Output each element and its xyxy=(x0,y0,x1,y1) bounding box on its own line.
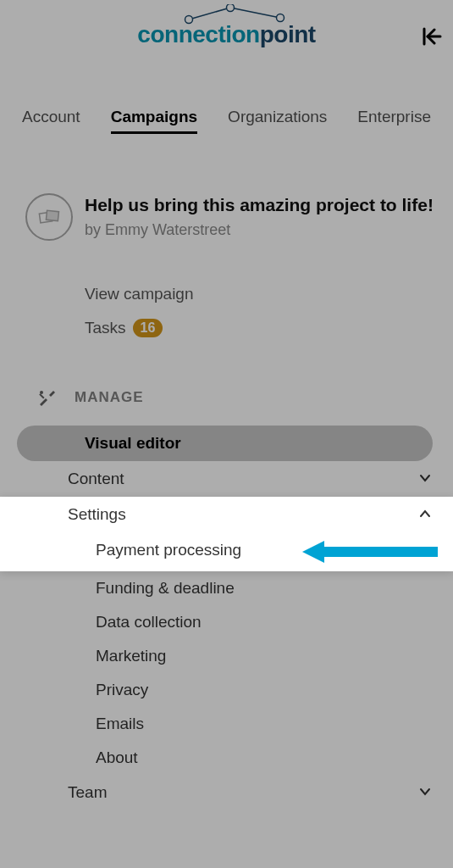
nav-tabs: Account Campaigns Organizations Enterpri… xyxy=(0,57,453,142)
svg-point-2 xyxy=(185,16,192,24)
svg-point-3 xyxy=(226,4,234,12)
tasks-link[interactable]: Tasks 16 xyxy=(85,319,436,337)
tab-enterprise[interactable]: Enterprise xyxy=(357,108,431,134)
highlighted-settings-block: Settings Payment processing xyxy=(0,497,453,571)
campaign-placeholder-icon xyxy=(25,193,73,241)
header: connectionpoint xyxy=(0,0,453,57)
svg-rect-11 xyxy=(321,547,438,557)
menu-settings[interactable]: Settings xyxy=(0,497,453,532)
logo-part1: connection xyxy=(137,21,259,47)
sub-marketing[interactable]: Marketing xyxy=(0,639,453,673)
sub-payment-processing[interactable]: Payment processing xyxy=(0,532,453,571)
sub-privacy[interactable]: Privacy xyxy=(0,673,453,707)
tasks-count-badge: 16 xyxy=(133,319,163,337)
logo-part2: point xyxy=(260,21,316,47)
campaign-title: Help us bring this amazing project to li… xyxy=(85,193,436,216)
chevron-down-icon xyxy=(419,786,431,800)
sub-data-collection[interactable]: Data collection xyxy=(0,605,453,639)
tab-account[interactable]: Account xyxy=(22,108,80,134)
tab-campaigns[interactable]: Campaigns xyxy=(111,108,197,134)
campaign-info: Help us bring this amazing project to li… xyxy=(85,193,436,241)
campaign-actions: View campaign Tasks 16 xyxy=(0,249,453,346)
menu-visual-editor[interactable]: Visual editor xyxy=(17,426,433,461)
sub-emails[interactable]: Emails xyxy=(0,707,453,741)
logo-text: connectionpoint xyxy=(137,21,315,48)
manage-section: MANAGE xyxy=(0,346,453,415)
manage-menu: Visual editor Content Settings Payment p… xyxy=(0,426,453,810)
manage-section-header: MANAGE xyxy=(37,388,436,407)
chevron-up-icon xyxy=(419,508,431,522)
arrow-pointer-icon xyxy=(302,541,438,563)
manage-label: MANAGE xyxy=(75,389,144,406)
tasks-label: Tasks xyxy=(85,319,126,337)
sub-about[interactable]: About xyxy=(0,741,453,775)
chevron-down-icon xyxy=(419,472,431,487)
svg-line-0 xyxy=(189,8,230,19)
svg-rect-10 xyxy=(39,393,44,398)
logo[interactable]: connectionpoint xyxy=(137,21,315,48)
tools-icon xyxy=(37,388,56,407)
svg-marker-12 xyxy=(302,541,324,563)
tab-organizations[interactable]: Organizations xyxy=(228,108,327,134)
collapse-sidebar-button[interactable] xyxy=(419,24,445,49)
view-campaign-link[interactable]: View campaign xyxy=(85,285,436,303)
logo-graph-icon xyxy=(184,4,285,25)
svg-rect-8 xyxy=(46,210,58,220)
campaign-author: by Emmy Waterstreet xyxy=(85,221,436,239)
menu-content[interactable]: Content xyxy=(0,461,453,497)
sub-funding-deadline[interactable]: Funding & deadline xyxy=(0,571,453,605)
menu-team[interactable]: Team xyxy=(0,775,453,810)
svg-line-1 xyxy=(230,8,280,18)
collapse-left-icon xyxy=(421,25,443,47)
campaign-header: Help us bring this amazing project to li… xyxy=(0,142,453,249)
svg-point-4 xyxy=(276,14,284,22)
photo-stack-icon xyxy=(36,204,62,230)
